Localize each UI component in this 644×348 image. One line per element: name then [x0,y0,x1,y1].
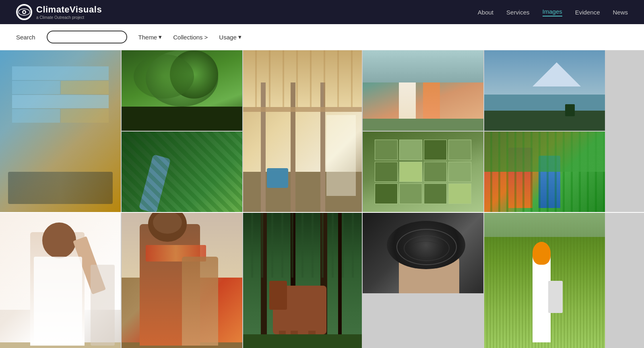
logo-area[interactable]: ClimateVisuals a Climate Outreach projec… [16,4,102,20]
nav-evidence[interactable]: Evidence [575,9,600,16]
svg-point-3 [23,11,25,13]
photo-interior[interactable] [243,50,362,212]
photo-student[interactable] [0,213,121,348]
logo-visuals: Visuals [70,4,102,14]
photo-indigenous-people[interactable] [363,50,483,131]
search-input[interactable] [47,31,127,43]
nav-services[interactable]: Services [506,9,530,16]
photo-gallery [0,50,644,348]
main-nav: About Services Images Evidence News [478,8,628,16]
photo-women-field[interactable] [484,132,605,212]
photo-indigenous-woman[interactable] [122,213,242,348]
photo-garden-aerial[interactable] [363,132,483,212]
photo-tree[interactable] [122,50,242,131]
photo-rice-field-man[interactable] [484,213,605,348]
photo-building[interactable] [0,50,121,212]
logo-text: ClimateVisuals a Climate Outreach projec… [36,4,102,20]
theme-filter[interactable]: Theme ▾ [138,33,162,41]
photo-fossil[interactable] [363,213,483,293]
photo-aerial-forest[interactable] [122,132,242,212]
photo-lake[interactable] [484,50,605,131]
usage-filter[interactable]: Usage ▾ [219,33,241,41]
logo-subtitle: a Climate Outreach project [36,15,102,20]
search-toolbar: Search Theme ▾ Collections > Usage ▾ [0,24,644,50]
logo-climate: Climate [36,4,70,14]
search-label: Search [16,34,35,41]
collections-filter[interactable]: Collections > [173,34,208,41]
site-header: ClimateVisuals a Climate Outreach projec… [0,0,644,24]
photo-cow-forest[interactable] [243,213,362,348]
nav-images[interactable]: Images [543,8,562,16]
logo-title: ClimateVisuals [36,4,102,15]
nav-news[interactable]: News [613,9,628,16]
nav-about[interactable]: About [478,9,493,16]
logo-icon [16,4,32,20]
